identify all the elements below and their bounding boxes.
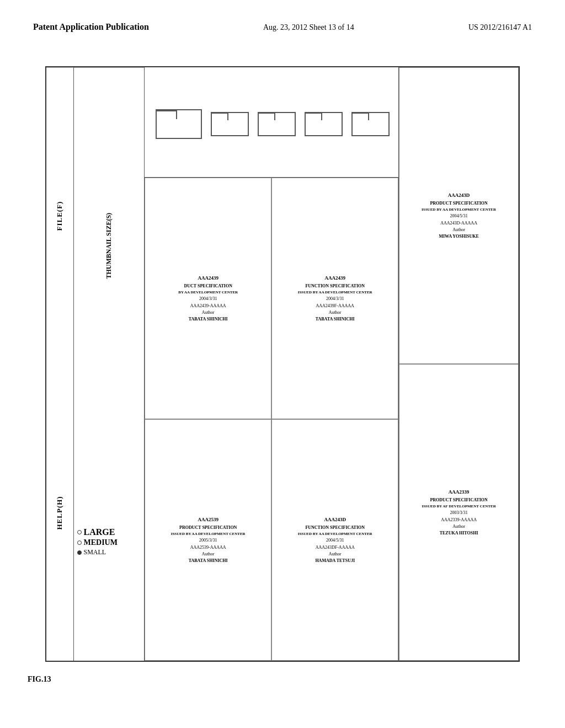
size-large-label: LARGE	[84, 527, 115, 537]
publication-title: Patent Application Publication	[33, 22, 149, 32]
file-menu-label[interactable]: FILE(F)	[46, 67, 73, 365]
card-3-code: AAA2539-AAAAA	[190, 544, 226, 550]
card-4-date: 2004/5/31	[326, 537, 344, 543]
right-card-2-date: 2003/3/31	[450, 510, 467, 516]
card-2-date: 2004/3/31	[326, 296, 344, 302]
right-card-1-author-name: MIWA YOSHISUKE	[439, 233, 478, 239]
publication-info: Aug. 23, 2012 Sheet 13 of 14	[263, 23, 354, 32]
card-4-author-label: Author	[329, 551, 342, 557]
main-content: AAA2439 DUCT SPECIFICATION BY AA DEVELOP…	[145, 67, 398, 661]
card-2-author-name: TABATA SHINICHI	[316, 316, 355, 322]
card-4-author-name: HAMADA TETSUJI	[315, 558, 355, 564]
card-1-issuer: BY AA DEVELOPMENT CENTER	[178, 290, 238, 296]
folder-icon-4[interactable]	[305, 109, 340, 136]
card-4-type: FUNCTION SPECIFICATION	[305, 524, 365, 531]
right-card-1-code: AAA243D-AAAAA	[440, 220, 477, 226]
card-1-code: AAA2439-AAAAA	[190, 303, 226, 309]
right-section: AAA243D PRODUCT SPECIFICATION ISSUED BY …	[398, 67, 519, 661]
folder-area	[145, 67, 398, 178]
card-3-author-name: TABATA SHINICHI	[189, 558, 228, 564]
card-3[interactable]: AAA2539 PRODUCT SPECIFICATION ISSUED BY …	[145, 419, 271, 661]
size-options: LARGE MEDIUM SMALL	[74, 424, 145, 661]
outer-box: FILE(F) HELP(H) THUMBNAIL SIZE(S) LARGE …	[45, 66, 520, 662]
right-card-1[interactable]: AAA243D PRODUCT SPECIFICATION ISSUED BY …	[399, 67, 519, 364]
card-4-issuer: ISSUED BY AA DEVELOPMENT CENTER	[298, 532, 372, 537]
card-1-date: 2004/3/31	[199, 296, 217, 302]
right-cards-area: AAA243D PRODUCT SPECIFICATION ISSUED BY …	[399, 67, 519, 661]
right-card-2-author-name: TEZUKA HITOSHI	[440, 530, 478, 536]
card-2-author-label: Author	[329, 309, 342, 315]
card-4-id: AAA243D	[324, 516, 346, 523]
card-2-id: AAA2439	[324, 275, 345, 282]
cards-grid: AAA2439 DUCT SPECIFICATION BY AA DEVELOP…	[145, 178, 398, 661]
card-3-date: 2005/3/31	[199, 537, 217, 543]
card-2-type: FUNCTION SPECIFICATION	[305, 283, 365, 289]
card-2[interactable]: AAA2439 FUNCTION SPECIFICATION ISSUED BY…	[271, 178, 398, 419]
size-large[interactable]: LARGE	[77, 527, 141, 537]
help-menu-label[interactable]: HELP(H)	[46, 365, 73, 661]
card-1[interactable]: AAA2439 DUCT SPECIFICATION BY AA DEVELOP…	[145, 178, 271, 419]
left-sidebar: FILE(F) HELP(H)	[46, 67, 74, 661]
right-card-1-id: AAA243D	[448, 192, 470, 199]
card-3-issuer: ISSUED BY AA DEVELOPMENT CENTER	[171, 532, 246, 537]
card-2-issuer: ISSUED BY AA DEVELOPMENT CENTER	[298, 290, 372, 296]
right-card-2-type: PRODUCT SPECIFICATION	[430, 497, 487, 503]
card-4-code: AAA243DF-AAAAA	[316, 544, 355, 550]
card-3-type: PRODUCT SPECIFICATION	[179, 524, 237, 531]
size-medium[interactable]: MEDIUM	[77, 538, 141, 547]
right-card-2-issuer: ISSUED BY AF DEVELOPMENT CENTER	[422, 504, 495, 510]
right-card-1-type: PRODUCT SPECIFICATION	[430, 200, 487, 206]
size-small-label: SMALL	[84, 548, 106, 556]
thumbnail-size-column: THUMBNAIL SIZE(S) LARGE MEDIUM SMALL	[74, 67, 145, 661]
card-1-author-label: Author	[202, 309, 215, 315]
card-1-id: AAA2439	[198, 275, 218, 282]
right-card-1-issuer: ISSUED BY AA DEVELOPMENT CENTER	[422, 207, 496, 213]
folder-icon-5[interactable]	[351, 109, 387, 136]
right-card-1-date: 2004/5/31	[450, 213, 467, 219]
card-1-author-name: TABATA SHINICHI	[189, 316, 228, 322]
right-card-2-author-label: Author	[452, 523, 465, 529]
diagram-wrapper: FILE(F) HELP(H) THUMBNAIL SIZE(S) LARGE …	[33, 66, 532, 662]
radio-large[interactable]	[77, 530, 82, 534]
figure-label: FIG.13	[28, 675, 51, 684]
radio-medium[interactable]	[77, 540, 82, 545]
page-header: Patent Application Publication Aug. 23, …	[0, 0, 565, 38]
folder-icon-3[interactable]	[258, 109, 294, 136]
card-2-code: AAA2439F-AAAAA	[316, 303, 354, 309]
card-3-id: AAA2539	[198, 516, 218, 523]
right-card-2[interactable]: AAA2339 PRODUCT SPECIFICATION ISSUED BY …	[399, 364, 519, 661]
card-4[interactable]: AAA243D FUNCTION SPECIFICATION ISSUED BY…	[271, 419, 398, 661]
folder-icon-1[interactable]	[156, 106, 200, 139]
folder-icon-2[interactable]	[211, 109, 247, 136]
size-medium-label: MEDIUM	[84, 538, 118, 547]
card-1-type: DUCT SPECIFICATION	[184, 283, 232, 289]
right-card-2-id: AAA2339	[449, 489, 470, 496]
right-card-1-author-label: Author	[452, 227, 465, 233]
size-small[interactable]: SMALL	[77, 548, 141, 556]
right-card-2-code: AAA2339-AAAAA	[441, 517, 477, 523]
thumbnail-size-label: THUMBNAIL SIZE(S)	[74, 67, 145, 424]
patent-number: US 2012/216147 A1	[468, 23, 532, 32]
card-3-author-label: Author	[202, 551, 215, 557]
radio-small[interactable]	[77, 550, 82, 555]
